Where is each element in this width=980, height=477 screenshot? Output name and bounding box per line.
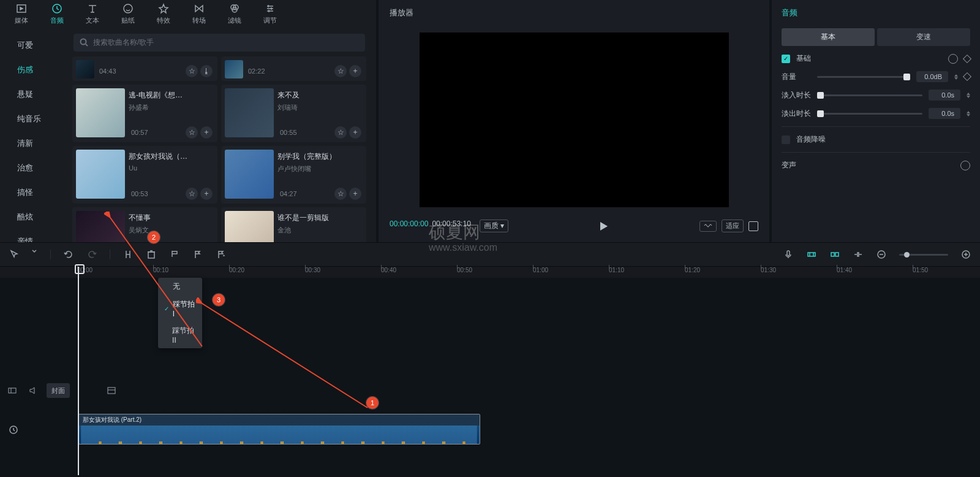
keyframe-icon[interactable]	[963, 54, 971, 63]
add-icon[interactable]: ＋	[200, 188, 213, 200]
preview-canvas	[420, 32, 729, 207]
dropdown-item-beat2[interactable]: 踩节拍II	[158, 322, 202, 348]
favorite-icon[interactable]: ☆	[334, 126, 347, 139]
svg-rect-7	[148, 252, 154, 258]
nav-tab-filter[interactable]: 滤镜	[219, 0, 250, 28]
link-icon[interactable]	[829, 249, 840, 260]
sidebar-item[interactable]: 伤感	[17, 64, 70, 75]
music-card[interactable]: 那女孩对我说（…Uu00:53☆＋	[72, 146, 217, 204]
zoom-out-icon[interactable]	[876, 249, 887, 260]
play-button[interactable]	[600, 222, 608, 231]
favorite-icon[interactable]: ☆	[334, 65, 347, 77]
fadein-slider[interactable]	[817, 94, 922, 96]
annotation-bubble-1: 1	[366, 397, 379, 409]
sidebar-item[interactable]: 酷炫	[17, 212, 70, 223]
audio-clip[interactable]: 那女孩对我说 (Part.2)	[78, 414, 480, 445]
zoom-slider[interactable]	[899, 254, 948, 256]
redo-button[interactable]	[86, 249, 97, 260]
volume-slider[interactable]	[817, 76, 910, 78]
music-card[interactable]: 别学我（完整版）卢卢快闭嘴04:27☆＋	[221, 146, 366, 204]
favorite-icon[interactable]: ☆	[334, 188, 347, 200]
svg-rect-10	[831, 253, 834, 256]
svg-rect-14	[9, 388, 16, 393]
sidebar-item[interactable]: 可爱	[17, 40, 70, 51]
nav-tab-transition[interactable]: 转场	[184, 0, 214, 28]
music-card[interactable]: 谁不是一剪辑版金池00:41☆＋	[221, 207, 366, 242]
sidebar-item[interactable]: 亲情	[17, 236, 70, 242]
music-card[interactable]: 02:22☆＋	[221, 56, 366, 81]
time-ruler[interactable]: 00:0000:1000:2000:3000:4000:5001:0001:10…	[77, 267, 980, 278]
magnet-on-icon[interactable]	[806, 249, 817, 260]
tab-basic[interactable]: 基本	[782, 28, 875, 46]
nav-tab-effect[interactable]: 特效	[148, 0, 179, 28]
category-sidebar: 可爱伤感悬疑纯音乐清新治愈搞怪酷炫亲情	[0, 28, 70, 242]
music-card[interactable]: 来不及刘瑞琦00:55☆＋	[221, 85, 366, 142]
sidebar-item[interactable]: 纯音乐	[17, 113, 70, 124]
nav-tab-media[interactable]: 媒体	[6, 0, 37, 28]
add-icon[interactable]: ⭳	[200, 65, 213, 77]
fadeout-value[interactable]: 0.0s	[929, 108, 960, 119]
denoise-checkbox[interactable]	[782, 135, 790, 144]
music-title: 别学我（完整版）	[277, 151, 359, 162]
fit-button[interactable]: 适应	[722, 219, 744, 232]
music-artist: Uu	[129, 164, 210, 172]
search-input[interactable]: 搜索歌曲名称/歌手	[74, 34, 365, 52]
track-mute-icon[interactable]	[26, 383, 40, 398]
basic-checkbox[interactable]: ✓	[782, 55, 790, 63]
favorite-icon[interactable]: ☆	[186, 65, 198, 77]
reset-icon[interactable]	[948, 54, 958, 64]
quality-dropdown[interactable]: 画质 ▾	[480, 219, 508, 232]
ruler-tick: 01:00	[533, 267, 548, 273]
add-icon[interactable]: ＋	[200, 126, 213, 139]
nav-tab-sticker[interactable]: 贴纸	[113, 0, 143, 28]
music-thumb	[76, 211, 125, 242]
track-list-icon[interactable]	[104, 383, 119, 398]
annotation-bubble-2: 2	[148, 231, 160, 243]
music-card[interactable]: 不懂事吴炳文00:43☆＋	[72, 207, 217, 242]
align-icon[interactable]	[853, 249, 864, 260]
nav-tab-text[interactable]: 文本	[77, 0, 108, 28]
beat-tool[interactable]	[169, 249, 180, 260]
voicechange-reset-icon[interactable]	[960, 161, 970, 170]
sidebar-item[interactable]: 治愈	[17, 162, 70, 174]
svg-line-18	[202, 303, 368, 408]
tab-speed[interactable]: 变速	[877, 28, 970, 46]
add-icon[interactable]: ＋	[349, 126, 361, 139]
lock-icon[interactable]	[9, 425, 20, 436]
volume-value[interactable]: 0.0dB	[916, 71, 948, 82]
nav-tab-audio[interactable]: 音频	[42, 0, 72, 28]
add-icon[interactable]: ＋	[349, 188, 361, 200]
asset-panel: 媒体音频文本贴纸特效转场滤镜调节 可爱伤感悬疑纯音乐清新治愈搞怪酷炫亲情 搜索歌…	[0, 0, 376, 242]
music-title: 不懂事	[129, 213, 210, 223]
music-artist: 卢卢快闭嘴	[277, 164, 359, 174]
sidebar-item[interactable]: 搞怪	[17, 187, 70, 198]
select-tool[interactable]	[9, 249, 20, 260]
delete-tool[interactable]	[146, 249, 157, 260]
undo-button[interactable]	[63, 249, 74, 260]
track-expand-icon[interactable]	[5, 383, 20, 398]
playhead[interactable]	[78, 267, 79, 475]
music-card[interactable]: 逃-电视剧《想…孙盛希00:57☆＋	[72, 85, 217, 142]
music-card[interactable]: 04:43☆⭳	[72, 56, 217, 81]
dropdown-item-none[interactable]: 无	[158, 278, 202, 296]
sidebar-item[interactable]: 悬疑	[17, 89, 70, 100]
fadeout-slider[interactable]	[817, 113, 922, 115]
volume-keyframe[interactable]	[963, 72, 971, 81]
marker2-tool[interactable]	[216, 249, 227, 260]
mic-icon[interactable]	[783, 249, 794, 260]
dropdown-item-beat1[interactable]: ✓踩节拍I	[158, 296, 202, 322]
favorite-icon[interactable]: ☆	[186, 126, 198, 139]
fadein-value[interactable]: 0.0s	[929, 90, 960, 101]
music-duration: 00:57	[131, 129, 148, 136]
cover-button[interactable]: 封面	[47, 383, 70, 398]
fullscreen-button[interactable]	[748, 221, 758, 231]
nav-tab-adjust[interactable]: 调节	[255, 0, 285, 28]
marker-tool[interactable]	[192, 249, 203, 260]
sidebar-item[interactable]: 清新	[17, 138, 70, 149]
favorite-icon[interactable]: ☆	[186, 188, 198, 200]
split-tool[interactable]	[123, 249, 134, 260]
select-dropdown[interactable]	[32, 249, 38, 260]
add-icon[interactable]: ＋	[349, 65, 361, 77]
scope-button[interactable]	[699, 221, 717, 232]
zoom-in-icon[interactable]	[960, 249, 971, 260]
